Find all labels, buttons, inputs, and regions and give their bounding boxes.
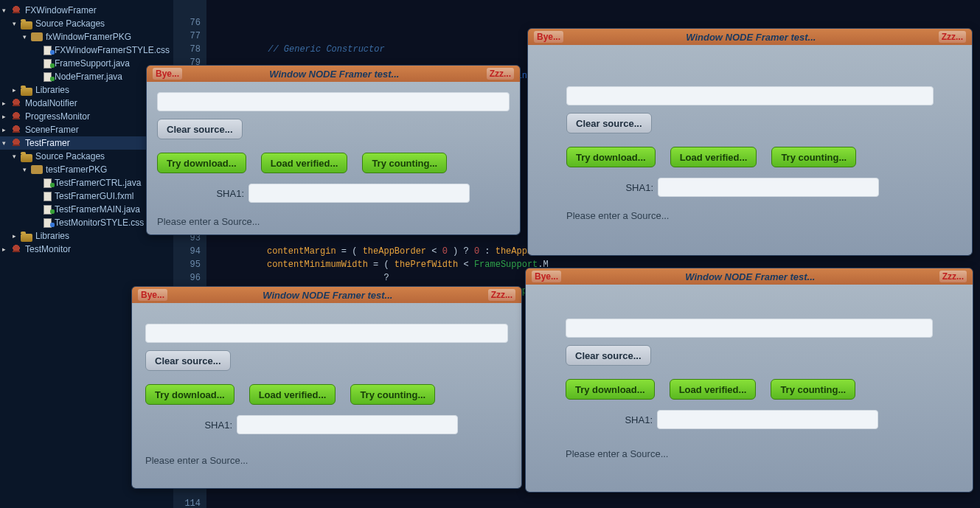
code-text: contentMinimumWidth = ( thePrefWidth < F… bbox=[214, 258, 549, 271]
try-download-button[interactable]: Try download... bbox=[157, 153, 246, 173]
bye-button[interactable]: Bye... bbox=[534, 31, 563, 43]
framer-window-4[interactable]: Bye... Window NODE Framer test... Zzz...… bbox=[525, 268, 973, 493]
framer-body: Clear source... Try download... Load ver… bbox=[526, 285, 973, 492]
status-text: Please enter a Source... bbox=[566, 448, 933, 459]
framer-window-2[interactable]: Bye... Window NODE Framer test... Zzz...… bbox=[527, 28, 973, 256]
tree-label: fxWindowFramerPKG bbox=[46, 32, 131, 42]
tree-expand-icon[interactable]: ▸ bbox=[2, 113, 10, 120]
tree-label: Source Packages bbox=[35, 18, 105, 29]
load-verified-button[interactable]: Load verified... bbox=[670, 147, 757, 167]
window-title: Window NODE Framer test... bbox=[182, 69, 487, 80]
load-verified-button[interactable]: Load verified... bbox=[261, 153, 348, 173]
source-input[interactable] bbox=[145, 324, 508, 343]
tree-package[interactable]: ▾ fxWindowFramerPKG bbox=[0, 30, 173, 44]
tree-label: TestFramerMAIN.java bbox=[55, 204, 140, 215]
status-text: Please enter a Source... bbox=[145, 455, 508, 466]
tree-expand-icon[interactable]: ▾ bbox=[23, 166, 30, 173]
clear-source-button[interactable]: Clear source... bbox=[566, 113, 652, 133]
bye-button[interactable]: Bye... bbox=[532, 271, 561, 282]
java-project-icon bbox=[10, 125, 22, 135]
css-file-icon bbox=[44, 46, 52, 55]
zzz-button[interactable]: Zzz... bbox=[939, 271, 967, 282]
code-text: // Generic Constructor bbox=[236, 43, 385, 56]
tree-expand-icon[interactable]: ▾ bbox=[13, 20, 20, 27]
source-input[interactable] bbox=[566, 319, 933, 338]
tree-label: TestFramerCTRL.java bbox=[55, 178, 141, 188]
sha1-label: SHA1: bbox=[566, 182, 653, 193]
titlebar[interactable]: Bye... Window NODE Framer test... Zzz... bbox=[526, 268, 973, 285]
tree-label: Libraries bbox=[35, 85, 69, 95]
sha1-input[interactable] bbox=[249, 184, 470, 203]
java-file-icon bbox=[44, 178, 52, 188]
framer-window-3[interactable]: Bye... Window NODE Framer test... Zzz...… bbox=[131, 286, 522, 489]
try-download-button[interactable]: Try download... bbox=[566, 379, 655, 400]
tree-project[interactable]: ▾ FXWindowFramer bbox=[0, 4, 173, 17]
package-icon bbox=[31, 32, 43, 41]
sha1-label: SHA1: bbox=[145, 420, 232, 431]
titlebar[interactable]: Bye... Window NODE Framer test... Zzz... bbox=[528, 29, 972, 45]
window-title: Window NODE Framer test... bbox=[561, 271, 939, 282]
code-text: contentMargin = ( theAppBorder < 0 ) ? 0… bbox=[214, 245, 549, 258]
source-input[interactable] bbox=[566, 86, 934, 105]
try-download-button[interactable]: Try download... bbox=[145, 384, 234, 405]
try-counting-button[interactable]: Try counting... bbox=[362, 153, 447, 173]
titlebar[interactable]: Bye... Window NODE Framer test... Zzz... bbox=[147, 66, 520, 82]
framer-window-1[interactable]: Bye... Window NODE Framer test... Zzz...… bbox=[146, 65, 521, 235]
sha1-input[interactable] bbox=[237, 415, 458, 434]
tree-label: TestFramerGUI.fxml bbox=[55, 191, 133, 201]
sha1-input[interactable] bbox=[658, 178, 879, 197]
clear-source-button[interactable]: Clear source... bbox=[566, 345, 651, 366]
tree-expand-icon[interactable]: ▸ bbox=[2, 126, 10, 133]
tree-expand-icon[interactable]: ▸ bbox=[13, 232, 20, 240]
java-file-icon bbox=[44, 205, 52, 215]
java-project-icon bbox=[10, 111, 22, 122]
zzz-button[interactable]: Zzz... bbox=[487, 68, 514, 80]
java-project-icon bbox=[10, 244, 22, 254]
source-input[interactable] bbox=[157, 92, 510, 111]
java-file-icon bbox=[44, 59, 52, 69]
bye-button[interactable]: Bye... bbox=[138, 289, 167, 301]
try-download-button[interactable]: Try download... bbox=[566, 147, 656, 167]
sha1-label: SHA1: bbox=[157, 188, 244, 199]
try-counting-button[interactable]: Try counting... bbox=[771, 379, 855, 400]
tree-label: ProgressMonitor bbox=[25, 111, 90, 122]
folder-icon bbox=[21, 154, 32, 162]
tree-expand-icon[interactable]: ▾ bbox=[23, 33, 30, 41]
tree-label: FXWindowFramer bbox=[25, 5, 97, 15]
try-counting-button[interactable]: Try counting... bbox=[350, 384, 435, 405]
zzz-button[interactable]: Zzz... bbox=[939, 31, 966, 43]
tree-expand-icon[interactable]: ▾ bbox=[2, 7, 10, 14]
css-file-icon bbox=[44, 218, 52, 228]
tree-expand-icon[interactable]: ▸ bbox=[2, 100, 10, 107]
tree-label: NodeFramer.java bbox=[55, 72, 122, 82]
load-verified-button[interactable]: Load verified... bbox=[249, 384, 336, 405]
java-file-icon bbox=[44, 72, 52, 82]
try-counting-button[interactable]: Try counting... bbox=[771, 147, 856, 167]
tree-label: FXWindowFramerSTYLE.css bbox=[55, 45, 170, 55]
tree-label: SceneFramer bbox=[25, 125, 79, 135]
tree-file[interactable]: FXWindowFramerSTYLE.css bbox=[0, 44, 173, 57]
status-text: Please enter a Source... bbox=[566, 210, 934, 221]
load-verified-button[interactable]: Load verified... bbox=[670, 379, 757, 400]
zzz-button[interactable]: Zzz... bbox=[488, 289, 515, 301]
tree-expand-icon[interactable]: ▸ bbox=[13, 86, 20, 94]
tree-expand-icon[interactable]: ▾ bbox=[13, 153, 20, 160]
tree-label: Source Packages bbox=[35, 151, 105, 161]
folder-icon bbox=[21, 21, 32, 29]
bye-button[interactable]: Bye... bbox=[153, 68, 182, 80]
sha1-label: SHA1: bbox=[566, 414, 653, 425]
tree-expand-icon[interactable]: ▾ bbox=[2, 139, 10, 147]
titlebar[interactable]: Bye... Window NODE Framer test... Zzz... bbox=[132, 287, 521, 303]
tree-project[interactable]: ▸ TestMonitor bbox=[0, 243, 173, 256]
tree-label: FrameSupport.java bbox=[55, 58, 130, 69]
clear-source-button[interactable]: Clear source... bbox=[145, 350, 231, 371]
tree-folder[interactable]: ▾ Source Packages bbox=[0, 17, 173, 30]
tree-label: testFramerPKG bbox=[46, 164, 107, 175]
clear-source-button[interactable]: Clear source... bbox=[157, 119, 243, 139]
folder-icon bbox=[21, 88, 32, 96]
tree-expand-icon[interactable]: ▸ bbox=[2, 246, 10, 253]
java-project-icon bbox=[10, 5, 22, 15]
folder-icon bbox=[21, 234, 32, 242]
window-title: Window NODE Framer test... bbox=[167, 290, 488, 301]
sha1-input[interactable] bbox=[657, 410, 878, 429]
